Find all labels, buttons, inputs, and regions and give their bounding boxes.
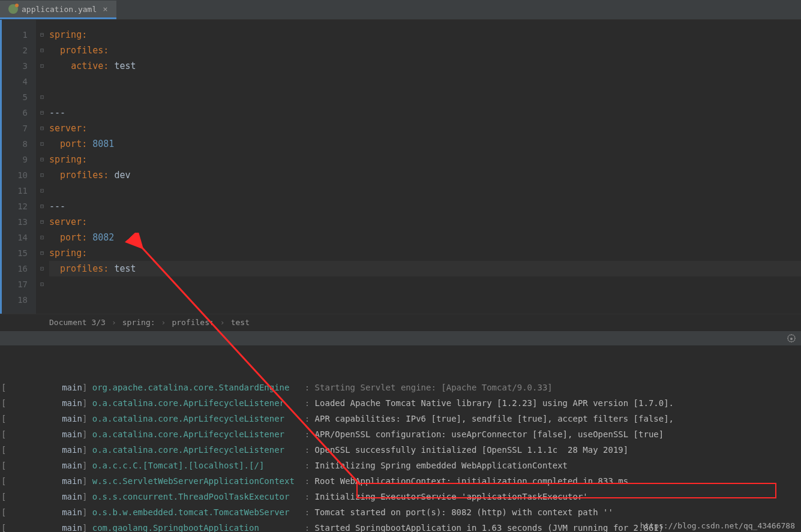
tab-label: application.yaml [22, 5, 97, 14]
fold-marker[interactable]: ⊟ [36, 214, 48, 230]
line-gutter: 123456789101112131415161718 [0, 20, 36, 314]
code-line[interactable]: profiles: dev [49, 167, 801, 183]
breadcrumb-item[interactable]: spring: [122, 318, 155, 327]
code-line[interactable] [49, 183, 801, 199]
code-line[interactable]: profiles: test [49, 261, 801, 276]
line-number: 1 [2, 27, 28, 43]
fold-marker[interactable]: ⊟ [36, 121, 48, 136]
code-line[interactable]: active: test [49, 58, 801, 74]
spring-icon [8, 4, 18, 14]
chevron-right-icon: › [112, 318, 116, 327]
line-number: 2 [2, 43, 28, 58]
fold-marker[interactable]: ⊟ [36, 105, 48, 121]
breadcrumb: Document 3/3 › spring: › profiles: › tes… [0, 314, 801, 330]
watermark: https://blog.csdn.net/qq_43466788 [640, 521, 795, 530]
console-line: [ main] o.s.s.concurrent.ThreadPoolTaskE… [1, 489, 801, 504]
code-line[interactable]: server: [49, 214, 801, 230]
code-line[interactable]: port: 8081 [49, 136, 801, 152]
line-number: 13 [2, 214, 28, 230]
editor: 123456789101112131415161718 ⊟⊟⊡⊡⊟⊟⊡⊟⊡⊡⊟⊟… [0, 20, 801, 314]
line-number: 5 [2, 89, 28, 105]
code-line[interactable]: server: [49, 121, 801, 136]
console-line: [ main] w.s.c.ServletWebServerApplicatio… [1, 473, 801, 489]
line-number: 9 [2, 152, 28, 167]
code-line[interactable]: profiles: [49, 43, 801, 58]
line-number: 12 [2, 199, 28, 214]
console-line: [ main] o.a.c.c.C.[Tomcat].[localhost].[… [1, 458, 801, 473]
code-line[interactable]: spring: [49, 152, 801, 167]
line-number: 4 [2, 74, 28, 89]
line-number: 14 [2, 230, 28, 245]
fold-marker[interactable]: ⊡ [36, 136, 48, 152]
line-number: 7 [2, 121, 28, 136]
file-tab[interactable]: application.yaml × [0, 1, 116, 19]
code-line[interactable]: --- [49, 105, 801, 121]
gear-icon[interactable] [787, 334, 796, 344]
console-line: [ main] o.a.catalina.core.AprLifecycleLi… [1, 411, 801, 426]
fold-marker[interactable]: ⊡ [36, 89, 48, 105]
line-number: 3 [2, 58, 28, 74]
tab-bar: application.yaml × [0, 0, 801, 20]
fold-marker[interactable]: ⊟ [36, 43, 48, 58]
code-area[interactable]: spring: profiles: active: test---server:… [48, 20, 801, 314]
line-number: 8 [2, 136, 28, 152]
line-number: 6 [2, 105, 28, 121]
chevron-right-icon: › [220, 318, 225, 327]
line-number: 15 [2, 245, 28, 261]
fold-marker[interactable]: ⊡ [36, 58, 48, 74]
line-number: 17 [2, 276, 28, 292]
code-line[interactable] [49, 276, 801, 292]
line-number: 18 [2, 292, 28, 308]
fold-marker[interactable] [36, 74, 48, 89]
fold-marker[interactable]: ⊟ [36, 245, 48, 261]
code-line[interactable]: spring: [49, 245, 801, 261]
code-line[interactable] [49, 89, 801, 105]
fold-column: ⊟⊟⊡⊡⊟⊟⊡⊟⊡⊡⊟⊟⊡⊟⊡⊡ [36, 20, 48, 314]
line-number: 16 [2, 261, 28, 276]
fold-marker[interactable] [36, 292, 48, 308]
code-line[interactable] [49, 292, 801, 308]
line-number: 11 [2, 183, 28, 199]
code-line[interactable]: spring: [49, 27, 801, 43]
fold-marker[interactable]: ⊡ [36, 183, 48, 199]
console-line: [ main] o.s.b.w.embedded.tomcat.TomcatWe… [1, 504, 801, 520]
close-icon[interactable]: × [103, 4, 107, 14]
chevron-right-icon: › [161, 318, 166, 327]
fold-marker[interactable]: ⊡ [36, 261, 48, 276]
line-number: 10 [2, 167, 28, 183]
console-line: [ main] o.a.catalina.core.AprLifecycleLi… [1, 395, 801, 411]
fold-marker[interactable]: ⊡ [36, 276, 48, 292]
code-line[interactable]: port: 8082 [49, 230, 801, 245]
fold-marker[interactable]: ⊟ [36, 152, 48, 167]
fold-marker[interactable]: ⊡ [36, 167, 48, 183]
console[interactable]: [ main] org.apache.catalina.core.Standar… [0, 346, 801, 532]
fold-marker[interactable]: ⊟ [36, 199, 48, 214]
breadcrumb-item[interactable]: profiles: [172, 318, 214, 327]
console-line: [ main] org.apache.catalina.core.Standar… [1, 380, 801, 395]
fold-marker[interactable]: ⊟ [36, 27, 48, 43]
console-toolbar [0, 330, 801, 346]
fold-marker[interactable]: ⊡ [36, 230, 48, 245]
code-line[interactable]: --- [49, 199, 801, 214]
breadcrumb-doc[interactable]: Document 3/3 [49, 318, 106, 327]
code-line[interactable] [49, 74, 801, 89]
console-line: [ main] o.a.catalina.core.AprLifecycleLi… [1, 442, 801, 458]
console-line: [ main] o.a.catalina.core.AprLifecycleLi… [1, 426, 801, 442]
breadcrumb-item[interactable]: test [231, 318, 250, 327]
